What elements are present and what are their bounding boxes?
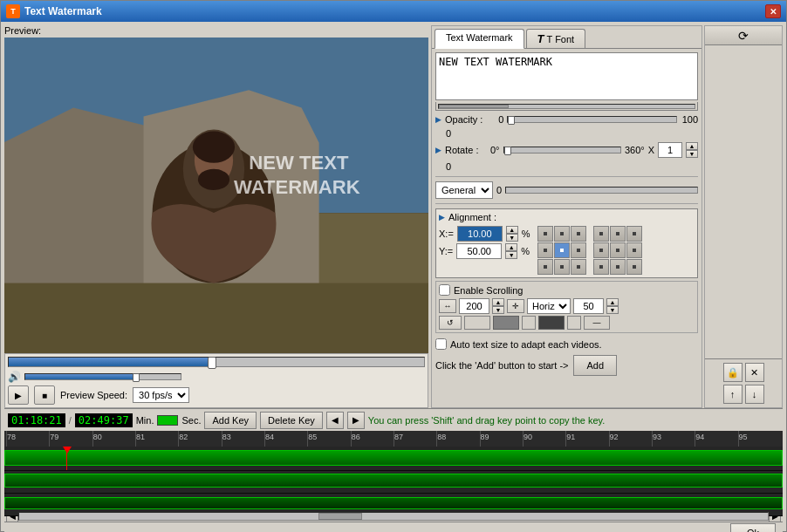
scroll-track[interactable] [18,512,769,521]
progress-bar[interactable] [8,357,425,367]
rotate-thumb[interactable] [504,147,511,155]
scrolling-checkbox[interactable] [439,284,450,296]
content-area: Preview: [1,22,786,532]
add-key-button[interactable]: Add Key [204,412,257,429]
y-spin-up[interactable]: ▲ [505,243,517,251]
align2-mc[interactable] [610,242,626,258]
general-value: 0 [496,185,502,195]
scroll-speed-input[interactable] [459,298,489,314]
svg-text:NEW TEXT: NEW TEXT [249,152,349,174]
align-bc[interactable] [554,259,570,275]
align-bl[interactable] [537,259,553,275]
timeline-track-1 [4,447,783,471]
tab-watermark[interactable]: Text Watermark [435,29,524,49]
thumbnail-tab[interactable]: ⟳ [705,26,782,45]
align-br[interactable] [571,259,586,275]
align-tl[interactable] [537,226,553,242]
move-up-button[interactable]: ↑ [723,385,743,404]
mark-78: 78 [6,431,49,447]
playhead[interactable] [66,447,67,470]
general-select[interactable]: General Custom [435,181,493,199]
rotate-spin-input[interactable] [658,142,682,158]
text-scrollbar[interactable] [435,102,698,111]
main-window: T Text Watermark ✕ Preview: [0,0,787,532]
scroll-value-input[interactable] [573,298,604,314]
y-input[interactable] [456,243,502,259]
x-input[interactable] [457,226,503,242]
mark-90: 90 [523,431,565,447]
mark-94: 94 [695,431,737,447]
total-time: 02:49:37 [75,413,133,427]
tab-content: NEW TEXT WATERMARK ▶ Opacity : 0 [432,49,701,407]
settings-panel: Text Watermark T T Font NEW TEXT WATERMA… [431,25,702,408]
align2-mr[interactable] [626,242,642,258]
scroll-val-down[interactable]: ▼ [606,306,619,314]
scroll-speed-down[interactable]: ▼ [492,306,504,314]
delete-key-button[interactable]: Delete Key [260,412,323,429]
align-tc[interactable] [554,226,570,242]
move-down-button[interactable]: ↓ [745,385,764,404]
y-spin-down[interactable]: ▼ [505,251,517,259]
scroll-speed-up[interactable]: ▲ [492,298,504,306]
volume-row: 🔊 [8,371,425,383]
mark-92: 92 [609,431,652,447]
watermark-text-input[interactable]: NEW TEXT WATERMARK [435,52,698,100]
align2-tl[interactable] [593,226,609,242]
x-spin-up[interactable]: ▲ [506,226,518,234]
align-ml[interactable] [537,242,553,258]
add-button[interactable]: Add [573,355,617,376]
align2-tr[interactable] [626,226,642,242]
ok-button[interactable]: Ok [730,523,776,533]
video-scene: NEW TEXT WATERMARK [4,38,428,353]
time-separator: / [69,415,72,426]
speed-select[interactable]: 30 fps/s 15 fps/s 60 fps/s [133,387,189,403]
general-slider[interactable] [505,187,698,194]
lock-button[interactable]: 🔒 [723,363,743,382]
align2-bl[interactable] [593,259,609,275]
svg-text:WATERMARK: WATERMARK [234,176,360,198]
top-section: Preview: [4,25,783,408]
align2-br[interactable] [626,259,642,275]
align2-tc[interactable] [610,226,626,242]
y-label: Y:= [439,246,453,256]
volume-bar[interactable] [24,373,181,380]
text-scroll-track [438,104,695,109]
x-spin-down[interactable]: ▼ [506,234,518,242]
add-hint: Click the 'Add' button to start -> [435,360,568,371]
opacity-slider[interactable] [507,116,677,123]
progress-thumb[interactable] [208,357,216,369]
ruler-marks: 78 79 80 81 82 83 84 85 86 87 88 89 90 9… [6,431,781,447]
scroll-box1 [464,316,490,330]
lock-buttons: 🔒 ✕ ↑ ↓ [705,358,782,407]
tab-font[interactable]: T T Font [526,29,586,48]
remove-button[interactable]: ✕ [745,363,764,382]
progress-fill [9,358,212,366]
direction-select[interactable]: Horiz Vert [527,298,571,314]
scroll-val-up[interactable]: ▲ [606,298,619,306]
align-tr[interactable] [571,226,586,242]
mark-89: 89 [480,431,523,447]
close-button[interactable]: ✕ [765,4,781,18]
next-key-button[interactable]: ▶ [347,412,365,429]
play-button[interactable]: ▶ [8,385,29,405]
min-label: Min. [136,415,154,426]
stop-button[interactable]: ■ [34,385,55,405]
volume-thumb[interactable] [133,373,140,382]
track-bar-3 [4,497,783,509]
rotate-spin-down[interactable]: ▼ [686,150,698,158]
rotate-slider[interactable] [503,147,621,153]
opacity-thumb[interactable] [508,116,515,125]
timeline-track-2 [4,471,783,494]
autosize-checkbox[interactable] [435,338,447,350]
align2-ml[interactable] [593,242,609,258]
scroll-thumb[interactable] [318,513,362,520]
rotate-spin-up[interactable]: ▲ [686,142,698,150]
prev-key-button[interactable]: ◀ [326,412,344,429]
align-mr[interactable] [571,242,586,258]
divider1 [435,176,698,177]
align2-bc[interactable] [610,259,626,275]
mark-91: 91 [565,431,608,447]
align-mc[interactable] [554,242,570,258]
x-label: X:= [439,228,454,239]
font-icon: T [537,32,544,45]
